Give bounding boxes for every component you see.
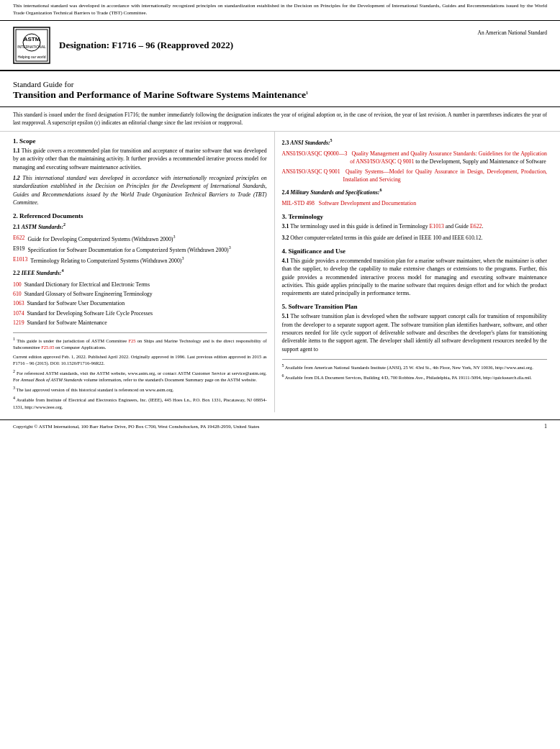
american-standard-label: An American National Standard — [478, 29, 547, 36]
subsection21-heading: 2.1 ASTM Standards:2 — [13, 222, 267, 231]
ref-mil-std-498-title[interactable]: Software Development and Documentation — [319, 200, 416, 206]
subsection22-heading: 2.2 IEEE Standards:4 — [13, 268, 267, 278]
ref-e622[interactable]: E622 — [13, 235, 24, 241]
list-item-e622: E622 Guide for Developing Computerized S… — [13, 234, 267, 243]
two-column-layout: 1. Scope 1.1 This guide covers a recomme… — [0, 132, 560, 412]
right-column: 2.3 ANSI Standards:5 ANSI/ISO/ASQC Q9000… — [275, 132, 547, 412]
section5-heading: 5. Software Transition Plan — [282, 303, 547, 310]
ref-q9001-title[interactable]: Quality Systems—Model for Quality Assura… — [343, 168, 547, 183]
list-item-1074: 1074 Standard for Developing Software Li… — [13, 309, 267, 317]
section1-heading: 1. Scope — [13, 137, 267, 145]
subsection23-heading: 2.3 ANSI Standards:5 — [282, 137, 547, 147]
section4-para1: 4.1 This guide provides a recommended tr… — [282, 257, 547, 297]
ref-mil-std-498[interactable]: MIL-STD 498 — [282, 200, 315, 206]
banner-text: This international standard was develope… — [13, 3, 547, 16]
footnote-section-right: 5 Available from American National Stand… — [282, 363, 547, 381]
section4-heading: 4. Significance and Use — [282, 248, 547, 255]
section5-para1: 5.1 The software transition plan is deve… — [282, 312, 547, 353]
top-banner: This international standard was develope… — [0, 0, 560, 21]
ref-1219[interactable]: 1219 — [13, 319, 24, 326]
footnote-section-left: 1 This guide is under the jurisdiction o… — [13, 336, 267, 409]
svg-text:INTERNATIONAL: INTERNATIONAL — [17, 45, 46, 49]
footnote-5: 5 Available from American National Stand… — [282, 363, 547, 371]
section2-heading: 2. Referenced Documents — [13, 212, 267, 219]
footnote-1: 1 This guide is under the jurisdiction o… — [13, 336, 267, 350]
section3-para1: 3.1 The terminology used in this guide i… — [282, 222, 547, 230]
footnote-4: 4 Available from Institute of Electrical… — [13, 395, 267, 409]
ref-e1013[interactable]: E1013 — [13, 256, 27, 263]
header-right: An American National Standard — [478, 27, 547, 36]
page: This international standard was develope… — [0, 0, 560, 749]
footer-copyright: Copyright © ASTM International, 100 Barr… — [13, 424, 259, 429]
list-item-e919: E919 Specification for Software Document… — [13, 245, 267, 254]
list-item-milstd498: MIL-STD 498 Software Development and Doc… — [282, 199, 547, 207]
svg-text:Helping our world: Helping our world — [18, 55, 46, 59]
ref-610[interactable]: 610 — [13, 291, 22, 297]
ref-1063[interactable]: 1063 — [13, 300, 24, 307]
list-item-q9000: ANSI/ISO/ASQC Q9000—3 Quality Management… — [282, 150, 547, 166]
footnote-6: 6 Available from DLA Document Services, … — [282, 373, 547, 381]
ref-ansi-q9000[interactable]: ANSI/ISO/ASQC Q9000—3 — [282, 150, 348, 157]
left-column: 1. Scope 1.1 This guide covers a recomme… — [13, 132, 275, 412]
section3-para2: 3.2 Other computer-related terms in this… — [282, 234, 547, 242]
header-row: ASTM INTERNATIONAL Helping our world Des… — [0, 21, 560, 71]
header-center: Designation: F1716 – 96 (Reapproved 2022… — [59, 40, 469, 51]
ref-e622-sec3[interactable]: E622 — [470, 223, 482, 230]
ref-f2505[interactable]: F25.05 — [41, 345, 54, 350]
footnote-2: 2 For referenced ASTM standards, visit t… — [13, 368, 267, 383]
ref-e1013-sec3[interactable]: E1013 — [429, 223, 443, 230]
footnote-divider-left — [13, 332, 267, 333]
section1-para2: 1.2 This international standard was deve… — [13, 174, 267, 206]
ref-f25[interactable]: F25 — [128, 338, 135, 343]
subsection24-heading: 2.4 Military Standards and Specification… — [282, 187, 547, 196]
doc-title-main: Transition and Performance of Marine Sof… — [13, 88, 547, 101]
page-footer: Copyright © ASTM International, 100 Barr… — [0, 419, 560, 432]
section1-para1: 1.1 This guide covers a recommended plan… — [13, 147, 267, 171]
list-item-e1013: E1013 Terminology Relating to Computeriz… — [13, 255, 267, 265]
description-text: This standard is issued under the fixed … — [13, 112, 547, 126]
designation-line: Designation: F1716 – 96 (Reapproved 2022… — [59, 40, 469, 51]
title-section: Standard Guide for Transition and Perfor… — [0, 71, 560, 108]
svg-text:ASTM: ASTM — [24, 36, 40, 42]
section3-heading: 3. Terminology — [282, 213, 547, 220]
list-item-1063: 1063 Standard for Software User Document… — [13, 299, 267, 307]
description-para: This standard is issued under the fixed … — [0, 107, 560, 132]
ref-100[interactable]: 100 — [13, 281, 22, 288]
ref-q9000-title[interactable]: Quality Management and Quality Assurance… — [350, 150, 547, 165]
astm-logo: ASTM INTERNATIONAL Helping our world — [13, 27, 50, 64]
footer-page-number: 1 — [544, 423, 547, 430]
list-item-610: 610 Standard Glossary of Software Engine… — [13, 290, 267, 298]
list-item-q9001: ANSI/ISO/ASQC Q 9001 Quality Systems—Mod… — [282, 168, 547, 184]
list-item-100: 100 Standard Dictionary for Electrical a… — [13, 281, 267, 289]
footnote-divider-right — [282, 359, 547, 360]
footnote-current-edition: Current edition approved Feb. 1, 2022. P… — [13, 353, 267, 366]
list-item-1219: 1219 Standard for Software Maintenance — [13, 319, 267, 327]
ref-ansi-q9001[interactable]: ANSI/ISO/ASQC Q 9001 — [282, 168, 340, 175]
footnote-3: 3 The last approved version of this hist… — [13, 385, 267, 393]
ref-1074[interactable]: 1074 — [13, 310, 24, 317]
doc-title-prefix: Standard Guide for — [13, 80, 547, 88]
